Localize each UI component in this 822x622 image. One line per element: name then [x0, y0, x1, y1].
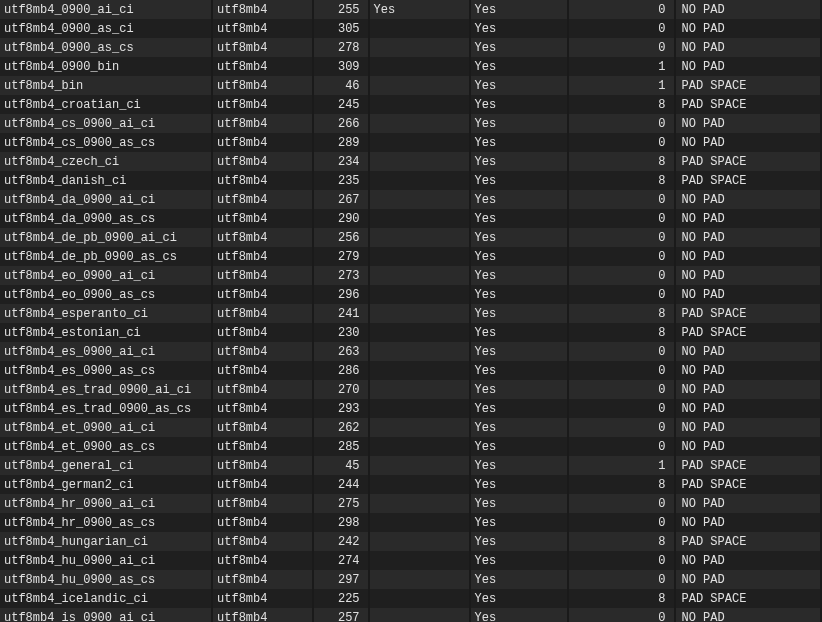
- cell-compiled: Yes: [470, 551, 569, 570]
- cell-pad: NO PAD: [675, 247, 821, 266]
- cell-compiled: Yes: [470, 247, 569, 266]
- cell-id: 285: [313, 437, 369, 456]
- cell-sortlen: 8: [568, 589, 674, 608]
- cell-collation-name: utf8mb4_es_trad_0900_ai_ci: [0, 380, 212, 399]
- cell-default: [369, 589, 470, 608]
- cell-default: [369, 608, 470, 622]
- cell-pad: PAD SPACE: [675, 456, 821, 475]
- collation-table: utf8mb4_0900_ai_ciutf8mb4255YesYes0NO PA…: [0, 0, 822, 622]
- cell-id: 296: [313, 285, 369, 304]
- cell-sortlen: 8: [568, 304, 674, 323]
- cell-sortlen: 0: [568, 190, 674, 209]
- cell-pad: PAD SPACE: [675, 532, 821, 551]
- cell-default: [369, 323, 470, 342]
- cell-sortlen: 0: [568, 38, 674, 57]
- cell-sortlen: 8: [568, 152, 674, 171]
- cell-default: [369, 418, 470, 437]
- cell-id: 293: [313, 399, 369, 418]
- cell-compiled: Yes: [470, 342, 569, 361]
- table-row[interactable]: utf8mb4_croatian_ciutf8mb4245Yes8PAD SPA…: [0, 95, 821, 114]
- cell-collation-name: utf8mb4_et_0900_ai_ci: [0, 418, 212, 437]
- table-row[interactable]: utf8mb4_0900_as_csutf8mb4278Yes0NO PAD: [0, 38, 821, 57]
- cell-default: [369, 513, 470, 532]
- cell-compiled: Yes: [470, 475, 569, 494]
- cell-id: 297: [313, 570, 369, 589]
- cell-pad: NO PAD: [675, 190, 821, 209]
- cell-id: 278: [313, 38, 369, 57]
- cell-compiled: Yes: [470, 285, 569, 304]
- cell-sortlen: 0: [568, 361, 674, 380]
- table-row[interactable]: utf8mb4_icelandic_ciutf8mb4225Yes8PAD SP…: [0, 589, 821, 608]
- cell-pad: NO PAD: [675, 342, 821, 361]
- table-row[interactable]: utf8mb4_0900_binutf8mb4309Yes1NO PAD: [0, 57, 821, 76]
- table-row[interactable]: utf8mb4_0900_as_ciutf8mb4305Yes0NO PAD: [0, 19, 821, 38]
- cell-compiled: Yes: [470, 171, 569, 190]
- cell-id: 263: [313, 342, 369, 361]
- cell-charset: utf8mb4: [212, 38, 313, 57]
- cell-compiled: Yes: [470, 19, 569, 38]
- table-row[interactable]: utf8mb4_hr_0900_as_csutf8mb4298Yes0NO PA…: [0, 513, 821, 532]
- table-row[interactable]: utf8mb4_de_pb_0900_ai_ciutf8mb4256Yes0NO…: [0, 228, 821, 247]
- cell-pad: PAD SPACE: [675, 304, 821, 323]
- table-row[interactable]: utf8mb4_hr_0900_ai_ciutf8mb4275Yes0NO PA…: [0, 494, 821, 513]
- table-row[interactable]: utf8mb4_et_0900_ai_ciutf8mb4262Yes0NO PA…: [0, 418, 821, 437]
- cell-default: [369, 190, 470, 209]
- cell-compiled: Yes: [470, 209, 569, 228]
- table-row[interactable]: utf8mb4_eo_0900_as_csutf8mb4296Yes0NO PA…: [0, 285, 821, 304]
- cell-default: [369, 38, 470, 57]
- cell-pad: NO PAD: [675, 380, 821, 399]
- cell-sortlen: 0: [568, 513, 674, 532]
- cell-compiled: Yes: [470, 361, 569, 380]
- table-row[interactable]: utf8mb4_da_0900_as_csutf8mb4290Yes0NO PA…: [0, 209, 821, 228]
- cell-collation-name: utf8mb4_general_ci: [0, 456, 212, 475]
- table-row[interactable]: utf8mb4_es_trad_0900_ai_ciutf8mb4270Yes0…: [0, 380, 821, 399]
- cell-id: 267: [313, 190, 369, 209]
- cell-sortlen: 0: [568, 551, 674, 570]
- cell-compiled: Yes: [470, 190, 569, 209]
- table-row[interactable]: utf8mb4_german2_ciutf8mb4244Yes8PAD SPAC…: [0, 475, 821, 494]
- table-row[interactable]: utf8mb4_es_trad_0900_as_csutf8mb4293Yes0…: [0, 399, 821, 418]
- cell-collation-name: utf8mb4_esperanto_ci: [0, 304, 212, 323]
- table-row[interactable]: utf8mb4_da_0900_ai_ciutf8mb4267Yes0NO PA…: [0, 190, 821, 209]
- table-row[interactable]: utf8mb4_danish_ciutf8mb4235Yes8PAD SPACE: [0, 171, 821, 190]
- cell-collation-name: utf8mb4_danish_ci: [0, 171, 212, 190]
- table-row[interactable]: utf8mb4_cs_0900_ai_ciutf8mb4266Yes0NO PA…: [0, 114, 821, 133]
- cell-pad: PAD SPACE: [675, 76, 821, 95]
- table-row[interactable]: utf8mb4_is_0900_ai_ciutf8mb4257Yes0NO PA…: [0, 608, 821, 622]
- table-row[interactable]: utf8mb4_cs_0900_as_csutf8mb4289Yes0NO PA…: [0, 133, 821, 152]
- cell-charset: utf8mb4: [212, 304, 313, 323]
- cell-pad: NO PAD: [675, 361, 821, 380]
- cell-collation-name: utf8mb4_da_0900_ai_ci: [0, 190, 212, 209]
- cell-sortlen: 0: [568, 247, 674, 266]
- table-row[interactable]: utf8mb4_0900_ai_ciutf8mb4255YesYes0NO PA…: [0, 0, 821, 19]
- cell-charset: utf8mb4: [212, 475, 313, 494]
- cell-id: 45: [313, 456, 369, 475]
- cell-charset: utf8mb4: [212, 171, 313, 190]
- cell-id: 245: [313, 95, 369, 114]
- table-row[interactable]: utf8mb4_hu_0900_as_csutf8mb4297Yes0NO PA…: [0, 570, 821, 589]
- table-row[interactable]: utf8mb4_eo_0900_ai_ciutf8mb4273Yes0NO PA…: [0, 266, 821, 285]
- table-row[interactable]: utf8mb4_esperanto_ciutf8mb4241Yes8PAD SP…: [0, 304, 821, 323]
- table-row[interactable]: utf8mb4_es_0900_as_csutf8mb4286Yes0NO PA…: [0, 361, 821, 380]
- cell-pad: PAD SPACE: [675, 323, 821, 342]
- cell-collation-name: utf8mb4_hr_0900_as_cs: [0, 513, 212, 532]
- cell-sortlen: 8: [568, 475, 674, 494]
- table-row[interactable]: utf8mb4_binutf8mb446Yes1PAD SPACE: [0, 76, 821, 95]
- table-row[interactable]: utf8mb4_de_pb_0900_as_csutf8mb4279Yes0NO…: [0, 247, 821, 266]
- cell-charset: utf8mb4: [212, 247, 313, 266]
- table-row[interactable]: utf8mb4_hu_0900_ai_ciutf8mb4274Yes0NO PA…: [0, 551, 821, 570]
- table-row[interactable]: utf8mb4_estonian_ciutf8mb4230Yes8PAD SPA…: [0, 323, 821, 342]
- table-row[interactable]: utf8mb4_general_ciutf8mb445Yes1PAD SPACE: [0, 456, 821, 475]
- table-row[interactable]: utf8mb4_et_0900_as_csutf8mb4285Yes0NO PA…: [0, 437, 821, 456]
- cell-sortlen: 1: [568, 76, 674, 95]
- cell-default: [369, 532, 470, 551]
- cell-id: 242: [313, 532, 369, 551]
- cell-charset: utf8mb4: [212, 19, 313, 38]
- cell-sortlen: 0: [568, 494, 674, 513]
- cell-compiled: Yes: [470, 38, 569, 57]
- table-row[interactable]: utf8mb4_es_0900_ai_ciutf8mb4263Yes0NO PA…: [0, 342, 821, 361]
- table-row[interactable]: utf8mb4_hungarian_ciutf8mb4242Yes8PAD SP…: [0, 532, 821, 551]
- table-row[interactable]: utf8mb4_czech_ciutf8mb4234Yes8PAD SPACE: [0, 152, 821, 171]
- cell-default: [369, 342, 470, 361]
- cell-charset: utf8mb4: [212, 133, 313, 152]
